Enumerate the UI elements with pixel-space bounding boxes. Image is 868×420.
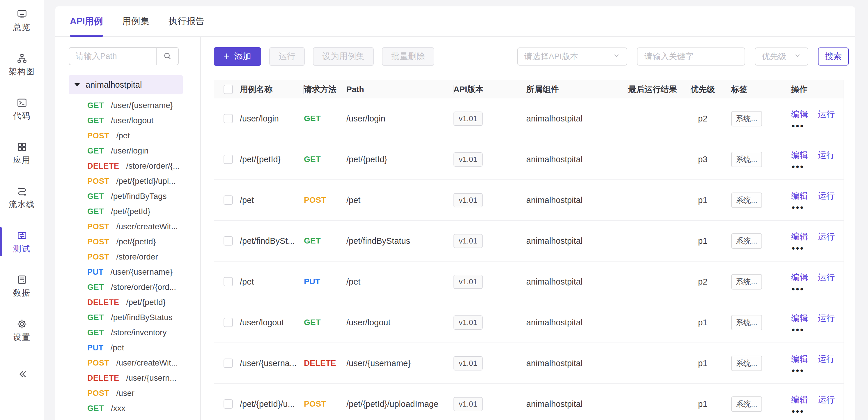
actions-cell: 编辑 运行 ••• (791, 231, 844, 251)
more-actions-button[interactable]: ••• (792, 328, 805, 332)
row-checkbox[interactable] (223, 196, 233, 205)
keyword-input[interactable] (637, 48, 745, 65)
endpoint-tree-panel: animalhostpital GET /user/{username} GET… (55, 37, 201, 420)
endpoint-item[interactable]: PUT /user/{username} (69, 265, 192, 280)
more-actions-button[interactable]: ••• (792, 368, 805, 373)
endpoint-item[interactable]: GET /store/inventory (69, 325, 192, 340)
sidebar-item-pipeline[interactable]: 流水线 (0, 186, 44, 209)
endpoint-item[interactable]: GET /store/order/{ord... (69, 280, 192, 295)
sidebar-item-architecture[interactable]: 架构图 (0, 53, 44, 76)
endpoint-item[interactable]: PUT /pet (69, 340, 192, 355)
edit-link[interactable]: 编辑 (791, 312, 808, 324)
run-link[interactable]: 运行 (818, 231, 835, 243)
endpoint-item[interactable]: GET /user/login (69, 143, 192, 158)
row-checkbox[interactable] (223, 318, 233, 327)
select-all-checkbox[interactable] (223, 85, 233, 94)
endpoint-item[interactable]: POST /user/createWit... (69, 355, 192, 370)
endpoint-item[interactable]: POST /pet/{petId}/upl... (69, 174, 192, 189)
path-search-input[interactable] (69, 47, 157, 65)
row-checkbox[interactable] (223, 155, 233, 164)
monitor-icon (17, 9, 27, 21)
run-link[interactable]: 运行 (818, 353, 835, 365)
endpoint-path-label: /user/logout (111, 116, 153, 125)
endpoint-item[interactable]: DELETE /store/order/{... (69, 158, 192, 174)
run-link[interactable]: 运行 (818, 190, 835, 202)
edit-link[interactable]: 编辑 (791, 149, 808, 161)
version-badge: v1.01 (454, 275, 483, 289)
endpoint-method-label: POST (87, 131, 110, 140)
sidebar-item-apps[interactable]: 应用 (0, 142, 44, 165)
sidebar-item-test[interactable]: 测试 (0, 230, 44, 253)
run-link[interactable]: 运行 (818, 394, 835, 406)
add-button[interactable]: + 添加 (214, 47, 261, 66)
tab-execution-reports[interactable]: 执行报告 (168, 6, 205, 36)
version-cell: v1.01 (454, 356, 526, 370)
edit-link[interactable]: 编辑 (791, 109, 808, 120)
column-header-component: 所属组件 (526, 84, 628, 95)
endpoint-item[interactable]: DELETE /pet/{petId} (69, 295, 192, 310)
method-cell: GET (304, 236, 346, 245)
priority-cell: p1 (690, 236, 731, 246)
path-cell: /pet (346, 277, 454, 287)
tab-api-cases[interactable]: API用例 (70, 6, 103, 36)
table-row: /user/{userna... DELETE /user/{username}… (214, 343, 843, 384)
endpoint-item[interactable]: GET /pet/findByStatus (69, 310, 192, 325)
sidebar-collapse-button[interactable] (16, 368, 28, 382)
version-badge: v1.01 (454, 397, 483, 411)
endpoint-item[interactable]: POST /pet/{petId} (69, 234, 192, 249)
api-version-select[interactable]: 请选择API版本 (517, 48, 627, 65)
endpoint-item[interactable]: GET /user/{username} (69, 98, 192, 113)
more-actions-button[interactable]: ••• (792, 287, 805, 292)
tag-badge: 系统... (731, 396, 762, 412)
more-actions-button[interactable]: ••• (792, 124, 805, 128)
edit-link[interactable]: 编辑 (791, 272, 808, 283)
row-checkbox[interactable] (223, 399, 233, 409)
action-links: 编辑 运行 (791, 231, 835, 243)
set-as-suite-button[interactable]: 设为用例集 (313, 47, 374, 66)
tab-case-suites[interactable]: 用例集 (122, 6, 149, 36)
endpoint-item[interactable]: GET /pet/findByTags (69, 189, 192, 204)
endpoint-item[interactable]: GET /xxx (69, 401, 192, 416)
tag-cell: 系统... (731, 192, 791, 208)
priority-select[interactable]: 优先级 (755, 48, 808, 65)
endpoint-item[interactable]: GET /user/logout (69, 113, 192, 128)
settings-icon (17, 319, 27, 331)
run-button[interactable]: 运行 (269, 47, 305, 66)
row-checkbox[interactable] (223, 277, 233, 286)
endpoint-item[interactable]: DELETE /user/{usern... (69, 370, 192, 386)
run-link[interactable]: 运行 (818, 109, 835, 120)
endpoint-item[interactable]: POST /user (69, 386, 192, 401)
endpoint-item[interactable]: POST /store/order (69, 249, 192, 265)
edit-link[interactable]: 编辑 (791, 394, 808, 406)
more-actions-button[interactable]: ••• (792, 205, 805, 210)
endpoint-path-label: /pet (111, 343, 124, 353)
sidebar-item-code[interactable]: 代码 (0, 97, 44, 121)
more-actions-button[interactable]: ••• (792, 164, 805, 169)
search-button[interactable]: 搜索 (818, 48, 849, 65)
row-checkbox[interactable] (223, 114, 233, 123)
tree-root-node[interactable]: animalhostpital (69, 75, 183, 94)
edit-link[interactable]: 编辑 (791, 353, 808, 365)
sidebar-item-settings[interactable]: 设置 (0, 319, 44, 342)
run-link[interactable]: 运行 (818, 312, 835, 324)
endpoint-item[interactable]: POST /user/createWit... (69, 219, 192, 234)
edit-link[interactable]: 编辑 (791, 190, 808, 202)
path-search-button[interactable] (156, 47, 179, 65)
batch-delete-button[interactable]: 批量删除 (382, 47, 434, 66)
more-actions-button[interactable]: ••• (792, 409, 805, 414)
sidebar-item-overview[interactable]: 总览 (0, 9, 44, 32)
endpoint-item[interactable]: POST /pet (69, 128, 192, 143)
run-link[interactable]: 运行 (818, 272, 835, 283)
version-badge: v1.01 (454, 112, 483, 126)
priority-cell: p2 (690, 277, 731, 287)
sidebar-item-label: 代码 (13, 111, 31, 121)
row-checkbox[interactable] (223, 359, 233, 368)
version-badge: v1.01 (454, 152, 483, 167)
column-header-path: Path (346, 85, 454, 94)
endpoint-item[interactable]: GET /pet/{petId} (69, 204, 192, 219)
run-link[interactable]: 运行 (818, 149, 835, 161)
edit-link[interactable]: 编辑 (791, 231, 808, 243)
row-checkbox[interactable] (223, 236, 233, 245)
more-actions-button[interactable]: ••• (792, 246, 805, 251)
sidebar-item-data[interactable]: 数据 (0, 274, 44, 298)
